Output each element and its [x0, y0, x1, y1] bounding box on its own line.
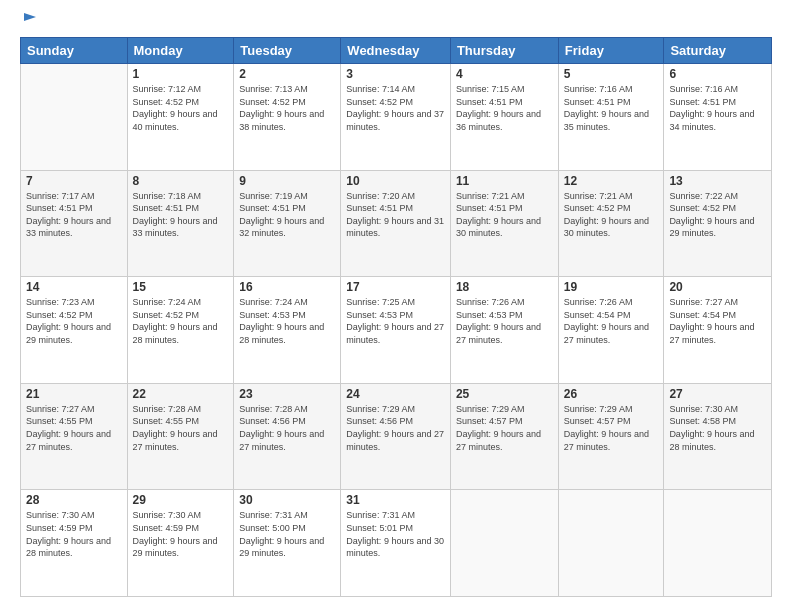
calendar-day-cell: 14Sunrise: 7:23 AMSunset: 4:52 PMDayligh… [21, 277, 128, 384]
day-info: Sunrise: 7:27 AMSunset: 4:54 PMDaylight:… [669, 296, 766, 346]
day-info: Sunrise: 7:12 AMSunset: 4:52 PMDaylight:… [133, 83, 229, 133]
svg-marker-0 [24, 13, 36, 21]
day-number: 29 [133, 493, 229, 507]
day-info: Sunrise: 7:18 AMSunset: 4:51 PMDaylight:… [133, 190, 229, 240]
day-info: Sunrise: 7:30 AMSunset: 4:58 PMDaylight:… [669, 403, 766, 453]
header [20, 15, 772, 27]
day-number: 26 [564, 387, 659, 401]
calendar-day-cell: 8Sunrise: 7:18 AMSunset: 4:51 PMDaylight… [127, 170, 234, 277]
day-info: Sunrise: 7:31 AMSunset: 5:00 PMDaylight:… [239, 509, 335, 559]
day-number: 9 [239, 174, 335, 188]
calendar-day-cell: 1Sunrise: 7:12 AMSunset: 4:52 PMDaylight… [127, 64, 234, 171]
day-info: Sunrise: 7:27 AMSunset: 4:55 PMDaylight:… [26, 403, 122, 453]
day-number: 31 [346, 493, 445, 507]
day-info: Sunrise: 7:29 AMSunset: 4:57 PMDaylight:… [456, 403, 553, 453]
day-number: 10 [346, 174, 445, 188]
day-number: 22 [133, 387, 229, 401]
day-info: Sunrise: 7:22 AMSunset: 4:52 PMDaylight:… [669, 190, 766, 240]
calendar-day-cell: 24Sunrise: 7:29 AMSunset: 4:56 PMDayligh… [341, 383, 451, 490]
page: SundayMondayTuesdayWednesdayThursdayFrid… [0, 0, 792, 612]
calendar-header-row: SundayMondayTuesdayWednesdayThursdayFrid… [21, 38, 772, 64]
day-info: Sunrise: 7:15 AMSunset: 4:51 PMDaylight:… [456, 83, 553, 133]
day-number: 7 [26, 174, 122, 188]
day-info: Sunrise: 7:29 AMSunset: 4:57 PMDaylight:… [564, 403, 659, 453]
day-number: 14 [26, 280, 122, 294]
day-info: Sunrise: 7:30 AMSunset: 4:59 PMDaylight:… [133, 509, 229, 559]
day-number: 5 [564, 67, 659, 81]
day-info: Sunrise: 7:20 AMSunset: 4:51 PMDaylight:… [346, 190, 445, 240]
day-info: Sunrise: 7:13 AMSunset: 4:52 PMDaylight:… [239, 83, 335, 133]
logo [20, 15, 38, 27]
calendar-day-cell: 16Sunrise: 7:24 AMSunset: 4:53 PMDayligh… [234, 277, 341, 384]
calendar-day-cell [21, 64, 128, 171]
day-number: 4 [456, 67, 553, 81]
calendar-day-cell: 10Sunrise: 7:20 AMSunset: 4:51 PMDayligh… [341, 170, 451, 277]
calendar-day-cell [450, 490, 558, 597]
day-number: 11 [456, 174, 553, 188]
day-info: Sunrise: 7:16 AMSunset: 4:51 PMDaylight:… [669, 83, 766, 133]
day-info: Sunrise: 7:28 AMSunset: 4:56 PMDaylight:… [239, 403, 335, 453]
day-number: 1 [133, 67, 229, 81]
calendar-day-cell: 23Sunrise: 7:28 AMSunset: 4:56 PMDayligh… [234, 383, 341, 490]
day-info: Sunrise: 7:25 AMSunset: 4:53 PMDaylight:… [346, 296, 445, 346]
day-number: 21 [26, 387, 122, 401]
day-info: Sunrise: 7:31 AMSunset: 5:01 PMDaylight:… [346, 509, 445, 559]
day-info: Sunrise: 7:29 AMSunset: 4:56 PMDaylight:… [346, 403, 445, 453]
calendar-day-cell [558, 490, 664, 597]
calendar-day-header: Monday [127, 38, 234, 64]
day-info: Sunrise: 7:19 AMSunset: 4:51 PMDaylight:… [239, 190, 335, 240]
calendar-day-cell: 22Sunrise: 7:28 AMSunset: 4:55 PMDayligh… [127, 383, 234, 490]
calendar-day-cell: 27Sunrise: 7:30 AMSunset: 4:58 PMDayligh… [664, 383, 772, 490]
calendar-day-cell: 13Sunrise: 7:22 AMSunset: 4:52 PMDayligh… [664, 170, 772, 277]
calendar-week-row: 14Sunrise: 7:23 AMSunset: 4:52 PMDayligh… [21, 277, 772, 384]
day-info: Sunrise: 7:26 AMSunset: 4:54 PMDaylight:… [564, 296, 659, 346]
day-number: 19 [564, 280, 659, 294]
day-number: 8 [133, 174, 229, 188]
day-info: Sunrise: 7:16 AMSunset: 4:51 PMDaylight:… [564, 83, 659, 133]
calendar-day-header: Saturday [664, 38, 772, 64]
day-info: Sunrise: 7:21 AMSunset: 4:52 PMDaylight:… [564, 190, 659, 240]
day-number: 17 [346, 280, 445, 294]
calendar-day-cell: 21Sunrise: 7:27 AMSunset: 4:55 PMDayligh… [21, 383, 128, 490]
day-info: Sunrise: 7:21 AMSunset: 4:51 PMDaylight:… [456, 190, 553, 240]
calendar-week-row: 1Sunrise: 7:12 AMSunset: 4:52 PMDaylight… [21, 64, 772, 171]
day-number: 23 [239, 387, 335, 401]
calendar-day-cell: 11Sunrise: 7:21 AMSunset: 4:51 PMDayligh… [450, 170, 558, 277]
calendar-day-cell: 7Sunrise: 7:17 AMSunset: 4:51 PMDaylight… [21, 170, 128, 277]
calendar-day-cell: 29Sunrise: 7:30 AMSunset: 4:59 PMDayligh… [127, 490, 234, 597]
calendar-week-row: 7Sunrise: 7:17 AMSunset: 4:51 PMDaylight… [21, 170, 772, 277]
day-info: Sunrise: 7:26 AMSunset: 4:53 PMDaylight:… [456, 296, 553, 346]
day-number: 6 [669, 67, 766, 81]
calendar-day-cell: 9Sunrise: 7:19 AMSunset: 4:51 PMDaylight… [234, 170, 341, 277]
calendar-day-cell: 19Sunrise: 7:26 AMSunset: 4:54 PMDayligh… [558, 277, 664, 384]
calendar-day-cell: 6Sunrise: 7:16 AMSunset: 4:51 PMDaylight… [664, 64, 772, 171]
day-info: Sunrise: 7:28 AMSunset: 4:55 PMDaylight:… [133, 403, 229, 453]
calendar-week-row: 21Sunrise: 7:27 AMSunset: 4:55 PMDayligh… [21, 383, 772, 490]
calendar-day-cell: 5Sunrise: 7:16 AMSunset: 4:51 PMDaylight… [558, 64, 664, 171]
calendar-day-cell: 18Sunrise: 7:26 AMSunset: 4:53 PMDayligh… [450, 277, 558, 384]
calendar-day-header: Friday [558, 38, 664, 64]
calendar-day-cell: 12Sunrise: 7:21 AMSunset: 4:52 PMDayligh… [558, 170, 664, 277]
calendar-day-header: Tuesday [234, 38, 341, 64]
calendar-day-cell: 28Sunrise: 7:30 AMSunset: 4:59 PMDayligh… [21, 490, 128, 597]
calendar-day-cell: 30Sunrise: 7:31 AMSunset: 5:00 PMDayligh… [234, 490, 341, 597]
day-number: 13 [669, 174, 766, 188]
day-number: 3 [346, 67, 445, 81]
logo-flag-icon [22, 11, 38, 27]
day-number: 12 [564, 174, 659, 188]
day-number: 25 [456, 387, 553, 401]
day-info: Sunrise: 7:14 AMSunset: 4:52 PMDaylight:… [346, 83, 445, 133]
day-number: 2 [239, 67, 335, 81]
day-info: Sunrise: 7:24 AMSunset: 4:52 PMDaylight:… [133, 296, 229, 346]
calendar-table: SundayMondayTuesdayWednesdayThursdayFrid… [20, 37, 772, 597]
calendar-day-cell: 4Sunrise: 7:15 AMSunset: 4:51 PMDaylight… [450, 64, 558, 171]
day-info: Sunrise: 7:24 AMSunset: 4:53 PMDaylight:… [239, 296, 335, 346]
calendar-day-header: Wednesday [341, 38, 451, 64]
day-number: 20 [669, 280, 766, 294]
calendar-day-cell: 31Sunrise: 7:31 AMSunset: 5:01 PMDayligh… [341, 490, 451, 597]
day-number: 16 [239, 280, 335, 294]
calendar-day-header: Sunday [21, 38, 128, 64]
day-number: 27 [669, 387, 766, 401]
day-info: Sunrise: 7:30 AMSunset: 4:59 PMDaylight:… [26, 509, 122, 559]
day-number: 30 [239, 493, 335, 507]
